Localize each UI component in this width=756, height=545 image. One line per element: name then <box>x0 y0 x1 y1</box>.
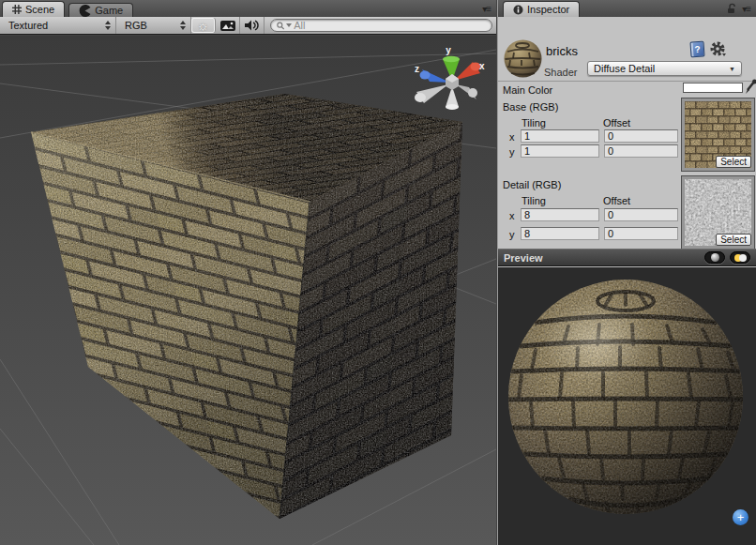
main-color-swatch[interactable] <box>683 83 743 93</box>
game-icon <box>79 5 91 17</box>
base-y-label: y <box>509 146 515 158</box>
unity-editor-window: Scene Game ▾≡ Textured RGB ☼ <box>0 0 756 545</box>
detail-texture-thumbnail[interactable]: Select <box>682 176 754 249</box>
audio-toggle-button[interactable] <box>240 17 265 34</box>
shader-dropdown[interactable]: Diffuse Detail ▼ <box>587 61 742 76</box>
base-x-label: x <box>509 131 515 143</box>
draw-mode-value: Textured <box>8 20 48 31</box>
base-offset-x-input[interactable] <box>604 129 678 143</box>
tab-game[interactable]: Game <box>68 3 133 17</box>
gear-icon[interactable] <box>710 41 728 58</box>
chevron-down-icon: ▼ <box>729 66 735 72</box>
tab-scene-label: Scene <box>25 4 54 15</box>
preview-area[interactable]: + <box>498 267 756 545</box>
tab-inspector-label: Inspector <box>527 4 569 15</box>
material-preview-thumbnail <box>503 38 543 79</box>
updown-arrows-icon <box>180 21 186 30</box>
detail-tiling-y-input[interactable] <box>521 227 599 240</box>
base-tiling-x-input[interactable] <box>521 129 599 143</box>
scene-viewport[interactable]: y x z <box>0 36 496 545</box>
updown-arrows-icon <box>105 21 111 30</box>
base-select-button[interactable]: Select <box>716 156 751 168</box>
eyedropper-icon[interactable] <box>744 79 756 96</box>
base-section-title: Base (RGB) <box>503 101 558 113</box>
tab-inspector[interactable]: Inspector <box>503 1 580 17</box>
base-tiling-header: Tiling <box>522 117 546 129</box>
search-field[interactable] <box>270 19 492 32</box>
gizmo-y-label: y <box>446 45 451 55</box>
sphere-icon <box>711 253 719 262</box>
preview-header: Preview <box>498 249 756 266</box>
detail-section-title: Detail (RGB) <box>503 179 561 190</box>
base-texture-thumbnail[interactable]: Select <box>682 98 754 171</box>
base-offset-y-input[interactable] <box>604 144 678 158</box>
material-inspector: bricks Shader Diffuse Detail ▼ ? Main Co… <box>498 17 756 249</box>
info-icon <box>513 5 523 15</box>
preview-lighting-button[interactable] <box>730 251 750 264</box>
detail-x-label: x <box>509 210 515 221</box>
detail-offset-x-input[interactable] <box>604 208 678 221</box>
detail-tiling-header: Tiling <box>522 195 546 206</box>
inspector-tabstrip: Inspector ▾≡ <box>498 0 756 17</box>
lighting-toggle-button[interactable]: ☼ <box>191 18 216 33</box>
lock-icon[interactable] <box>727 3 737 14</box>
gizmo-x-label: x <box>479 61 485 71</box>
gizmo-z-label: z <box>415 64 419 74</box>
shader-value: Diffuse Detail <box>594 63 655 74</box>
tab-scene[interactable]: Scene <box>2 1 65 17</box>
scene-panel-menu-icon[interactable]: ▾≡ <box>482 4 496 17</box>
scene-tabstrip: Scene Game ▾≡ <box>0 0 496 17</box>
add-icon[interactable]: + <box>733 509 748 525</box>
detail-offset-y-input[interactable] <box>604 227 678 240</box>
color-mode-value: RGB <box>125 20 147 31</box>
detail-offset-header: Offset <box>603 195 630 206</box>
brick-cube <box>19 83 478 533</box>
sun-icon: ☼ <box>197 18 209 33</box>
scene-panel: Scene Game ▾≡ Textured RGB ☼ <box>0 0 496 545</box>
inspector-panel-menu-icon[interactable]: ▾≡ <box>737 4 756 17</box>
tab-game-label: Game <box>95 5 123 16</box>
search-icon <box>277 22 284 30</box>
detail-select-button[interactable]: Select <box>716 234 751 246</box>
search-input[interactable] <box>294 20 486 31</box>
light-off-icon <box>739 254 747 262</box>
color-mode-dropdown[interactable]: RGB <box>116 17 191 34</box>
preview-shape-button[interactable] <box>704 251 725 264</box>
search-filter-caret-icon[interactable] <box>286 23 292 27</box>
preview-sphere[interactable] <box>498 267 756 545</box>
base-offset-header: Offset <box>603 117 630 129</box>
draw-mode-dropdown[interactable]: Textured <box>0 17 116 34</box>
grid-icon <box>12 5 22 14</box>
detail-y-label: y <box>509 229 515 240</box>
inspector-panel: Inspector ▾≡ <box>497 0 756 545</box>
scene-3d-view: y x z <box>0 36 496 545</box>
shader-label: Shader <box>544 67 577 78</box>
image-icon <box>220 21 235 31</box>
scene-toolbar: Textured RGB ☼ <box>0 17 496 35</box>
preview-title: Preview <box>504 252 543 264</box>
audio-icon <box>245 20 259 31</box>
material-name: bricks <box>546 44 578 58</box>
help-icon[interactable]: ? <box>689 40 704 57</box>
main-color-label: Main Color <box>503 84 552 96</box>
render-effects-button[interactable] <box>216 17 240 34</box>
base-tiling-y-input[interactable] <box>521 144 599 158</box>
divider <box>498 81 756 82</box>
detail-tiling-x-input[interactable] <box>521 208 599 221</box>
